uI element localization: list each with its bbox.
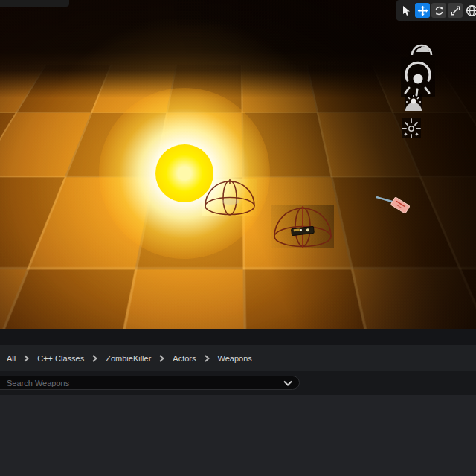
breadcrumb-item-cpp-classes[interactable]: C++ Classes — [34, 352, 87, 365]
pickup-sphere-left[interactable] — [205, 179, 254, 215]
chevron-right-icon — [92, 355, 97, 362]
search-input[interactable] — [0, 379, 283, 387]
globe-icon — [466, 4, 476, 17]
breadcrumb-item-actors[interactable]: Actors — [170, 352, 199, 365]
breadcrumb-item-weapons[interactable]: Weapons — [215, 352, 255, 365]
unreal-editor-window: All C++ Classes ZombieKiller Actors Weap… — [0, 0, 476, 476]
chevron-right-icon — [205, 355, 210, 362]
breadcrumb: All C++ Classes ZombieKiller Actors Weap… — [0, 345, 476, 371]
breadcrumb-item-all[interactable]: All — [4, 352, 19, 365]
cloud-dome-icon[interactable] — [409, 37, 434, 58]
breadcrumb-item-zombiekiller[interactable]: ZombieKiller — [103, 352, 154, 365]
asset-area[interactable] — [0, 395, 476, 476]
content-browser-panel: All C++ Classes ZombieKiller Actors Weap… — [0, 329, 476, 476]
select-tool-button[interactable] — [399, 3, 414, 18]
rifle-pickup[interactable] — [376, 197, 410, 213]
search-row — [0, 371, 476, 395]
coordinate-space-button[interactable] — [464, 3, 476, 18]
content-browser-header-strip — [0, 329, 476, 345]
scene-overlay — [0, 0, 476, 329]
left-pickup-smudge — [222, 199, 239, 205]
level-viewport[interactable] — [0, 0, 476, 329]
transform-toolbar — [396, 0, 476, 21]
move-icon — [417, 5, 428, 16]
dome-sun-icon[interactable] — [403, 94, 424, 112]
search-pill[interactable] — [0, 376, 300, 390]
rotate-icon — [434, 5, 445, 16]
sparkle-icon[interactable] — [400, 118, 422, 140]
cursor-icon — [401, 5, 411, 16]
tab-stub — [0, 0, 69, 7]
scale-icon — [450, 5, 461, 16]
chevron-down-icon[interactable] — [283, 380, 292, 386]
chevron-right-icon — [24, 355, 29, 362]
translate-tool-button[interactable] — [415, 3, 430, 18]
pickup-sphere-right[interactable] — [274, 206, 331, 248]
light-rays-icon[interactable] — [402, 58, 434, 98]
rotate-tool-button[interactable] — [431, 3, 446, 18]
scale-tool-button[interactable] — [448, 3, 463, 18]
chevron-right-icon — [159, 355, 164, 362]
